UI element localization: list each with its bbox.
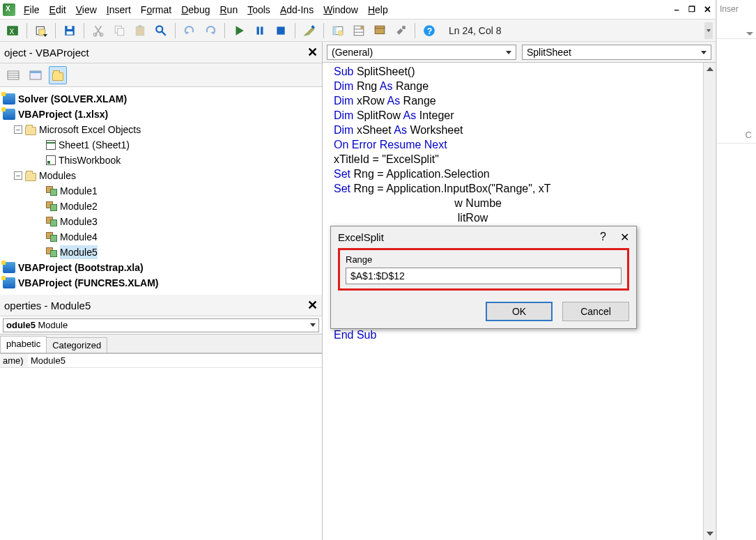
module-icon <box>46 186 57 196</box>
svg-rect-20 <box>333 26 337 34</box>
cancel-button[interactable]: Cancel <box>562 302 629 321</box>
folder-icon <box>25 127 36 135</box>
tree-modules[interactable]: –Modules <box>3 168 319 183</box>
project-icon <box>3 277 15 288</box>
properties-grid[interactable]: ame) Module5 <box>0 353 322 540</box>
ribbon-fragment: Inser <box>717 0 756 39</box>
range-input[interactable] <box>346 268 622 284</box>
properties-pane-close[interactable]: ✕ <box>307 298 318 313</box>
column-header-c[interactable]: C <box>717 39 756 144</box>
menu-edit[interactable]: Edit <box>45 3 70 17</box>
tree-module4[interactable]: Module4 <box>3 229 319 245</box>
properties-window-button[interactable] <box>350 22 367 39</box>
close-window-button[interactable]: ✕ <box>702 4 713 15</box>
run-button[interactable] <box>231 22 247 39</box>
toggle-folders-icon[interactable] <box>49 66 67 84</box>
svg-rect-16 <box>261 26 263 34</box>
sheet-icon <box>46 140 56 150</box>
project-tree[interactable]: Solver (SOLVER.XLAM) VBAProject (1.xlsx)… <box>0 87 322 295</box>
project-pane-title: oject - VBAProject ✕ <box>0 42 322 63</box>
tree-excel-objects[interactable]: –Microsoft Excel Objects <box>3 122 319 137</box>
find-button[interactable] <box>153 22 169 39</box>
help-button[interactable]: ? <box>421 22 438 39</box>
toolbox-button[interactable] <box>392 22 409 39</box>
menu-view[interactable]: View <box>72 3 101 17</box>
highlighted-field: Range <box>338 248 629 291</box>
tree-thisworkbook[interactable]: ThisWorkbook <box>3 153 319 168</box>
svg-rect-11 <box>136 26 144 35</box>
svg-text:X: X <box>10 27 15 35</box>
project-icon <box>3 109 15 120</box>
menu-addins[interactable]: Add-Ins <box>276 3 318 17</box>
menu-file[interactable]: File <box>20 3 44 17</box>
procedure-combo[interactable]: SplitSheet <box>522 45 711 60</box>
cut-button[interactable] <box>90 22 107 39</box>
restore-button[interactable]: ❐ <box>686 4 697 15</box>
tree-module3[interactable]: Module3 <box>3 214 319 229</box>
stop-button[interactable] <box>272 22 289 39</box>
copy-button[interactable] <box>111 22 128 39</box>
menubar: File Edit View Insert Format Debug Run T… <box>20 3 671 17</box>
insert-button[interactable] <box>33 22 49 39</box>
module-icon <box>46 217 57 226</box>
design-mode-button[interactable] <box>301 22 318 39</box>
menu-format[interactable]: Format <box>137 3 176 17</box>
excel-view-button[interactable]: X <box>4 22 21 39</box>
object-combo[interactable]: (General) <box>327 45 516 60</box>
excelsplit-dialog: ExcelSplit ? ✕ Range OK Cancel <box>330 226 637 329</box>
pause-button[interactable] <box>252 22 268 39</box>
collapse-icon[interactable]: – <box>14 171 22 180</box>
save-button[interactable] <box>61 22 78 39</box>
redo-button[interactable] <box>202 22 219 39</box>
tree-solver[interactable]: Solver (SOLVER.XLAM) <box>3 91 319 107</box>
svg-point-13 <box>156 26 162 32</box>
module-icon <box>46 201 57 211</box>
tree-funcres[interactable]: VBAProject (FUNCRES.XLAM) <box>3 275 319 291</box>
svg-rect-15 <box>257 26 259 34</box>
menu-tools[interactable]: Tools <box>243 3 275 17</box>
menu-run[interactable]: Run <box>215 3 242 17</box>
view-object-icon[interactable] <box>26 66 45 84</box>
toolbar-overflow[interactable] <box>704 22 713 39</box>
tree-bootstrap[interactable]: VBAProject (Bootstrap.xla) <box>3 260 319 275</box>
collapse-icon[interactable]: – <box>14 125 22 134</box>
paste-button[interactable] <box>132 22 148 39</box>
workbook-icon <box>46 155 56 165</box>
svg-rect-36 <box>30 71 41 73</box>
properties-tabs: phabetic Categorized <box>0 334 322 353</box>
menu-window[interactable]: Window <box>319 3 362 17</box>
project-explorer-button[interactable] <box>330 22 346 39</box>
tree-module2[interactable]: Module2 <box>3 199 319 214</box>
svg-rect-27 <box>375 26 385 28</box>
menu-debug[interactable]: Debug <box>177 3 214 17</box>
object-browser-button[interactable] <box>371 22 388 39</box>
scroll-down-icon[interactable] <box>704 527 716 540</box>
dialog-help-button[interactable]: ? <box>600 231 606 244</box>
project-pane-close[interactable]: ✕ <box>307 45 318 60</box>
tree-module5[interactable]: Module5 <box>3 245 319 260</box>
minimize-button[interactable]: – <box>671 4 682 15</box>
worksheet-sliver: Inser C <box>716 0 756 540</box>
properties-object-select[interactable]: odule5 Module <box>3 318 319 332</box>
module-icon <box>46 232 57 242</box>
ok-button[interactable]: OK <box>486 302 553 321</box>
project-pane-toolbar <box>0 63 322 87</box>
menu-help[interactable]: Help <box>364 3 392 17</box>
tree-vba-main[interactable]: VBAProject (1.xlsx) <box>3 107 319 122</box>
svg-rect-6 <box>67 31 73 35</box>
dialog-close-button[interactable]: ✕ <box>620 231 629 244</box>
window-buttons: – ❐ ✕ <box>671 4 713 15</box>
tree-sheet1[interactable]: Sheet1 (Sheet1) <box>3 137 319 153</box>
tree-module1[interactable]: Module1 <box>3 183 319 199</box>
tab-alphabetic[interactable]: phabetic <box>0 336 47 353</box>
menu-insert[interactable]: Insert <box>102 3 135 17</box>
tab-categorized[interactable]: Categorized <box>46 337 107 353</box>
prop-name-key: ame) <box>0 354 28 367</box>
scroll-up-icon[interactable] <box>704 63 716 75</box>
svg-text:?: ? <box>427 26 433 36</box>
dialog-title: ExcelSplit <box>338 231 384 243</box>
prop-name-value[interactable]: Module5 <box>28 354 322 367</box>
vertical-scrollbar[interactable] <box>703 63 716 540</box>
undo-button[interactable] <box>181 22 198 39</box>
view-code-icon[interactable] <box>4 66 22 84</box>
